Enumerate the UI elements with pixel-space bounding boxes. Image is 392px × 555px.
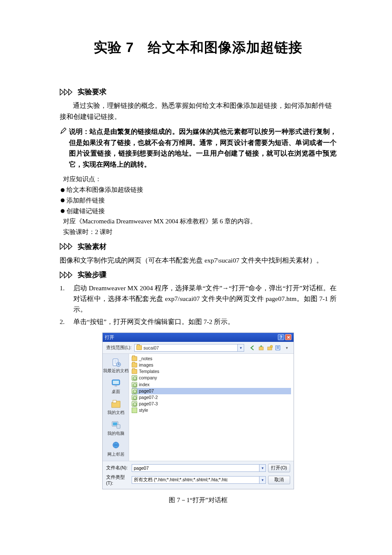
place-network[interactable]: 网上邻居 xyxy=(107,441,124,457)
place-label: 桌面 xyxy=(112,389,120,395)
my-documents-icon xyxy=(110,399,122,409)
file-name: images xyxy=(139,362,153,368)
folder-icon xyxy=(132,369,137,374)
dropdown-button[interactable]: ▾ xyxy=(238,344,244,352)
figure-caption: 图 7－1“打开”对话框 xyxy=(60,496,337,504)
section-steps-head: 实验步骤 xyxy=(60,270,337,280)
filename-input[interactable]: page07 xyxy=(132,464,259,472)
close-button[interactable]: ✕ xyxy=(285,334,291,340)
folder-icon xyxy=(136,345,142,350)
note-text: 说明：站点是由繁复的链接组成的。因为媒体的其他元素都可以按另一种形式进行复制，但… xyxy=(69,126,337,170)
file-item-folder[interactable]: Templates xyxy=(132,368,291,375)
desktop-icon xyxy=(110,378,122,388)
bullet-icon xyxy=(61,199,65,202)
dw-file-icon xyxy=(132,382,137,387)
open-dialog: 打开 ? ✕ 查找范围(L): sucai07 ▾ xyxy=(102,332,294,489)
back-icon[interactable] xyxy=(249,344,256,351)
section-requirements-head: 实验要求 xyxy=(60,87,337,97)
folder-icon xyxy=(132,363,137,367)
file-item-folder[interactable]: _notes xyxy=(132,356,291,362)
dropdown-button[interactable]: ▾ xyxy=(259,464,266,472)
bullet-icon xyxy=(61,209,65,213)
dialog-title-text: 打开 xyxy=(105,334,114,341)
file-name: company xyxy=(139,375,157,381)
place-my-computer[interactable]: 我的电脑 xyxy=(107,420,124,436)
place-desktop[interactable]: 桌面 xyxy=(110,378,122,395)
network-icon xyxy=(110,441,122,451)
new-folder-icon[interactable] xyxy=(266,344,273,351)
lookin-label: 查找范围(L): xyxy=(106,345,132,351)
recent-docs-icon xyxy=(110,357,122,367)
place-label: 我的电脑 xyxy=(107,431,124,436)
file-name: Templates xyxy=(139,368,159,375)
page-title: 实验 7 给文本和图像添加超链接 xyxy=(60,38,337,57)
place-recent[interactable]: 我最近的文档 xyxy=(103,357,129,374)
filename-label: 文件名(N): xyxy=(106,465,130,471)
hours-line: 实验课时：2 课时 xyxy=(63,227,337,237)
chevron-down-icon[interactable]: ▾ xyxy=(283,344,290,351)
dialog-titlebar[interactable]: 打开 ? ✕ xyxy=(103,333,294,342)
my-computer-icon xyxy=(110,420,122,430)
view-menu-icon[interactable] xyxy=(275,344,282,351)
place-my-documents[interactable]: 我的文档 xyxy=(107,399,124,416)
bullet-mail-link: 添加邮件链接 xyxy=(61,195,337,206)
section-marker-icon xyxy=(60,243,75,250)
dw-file-icon xyxy=(132,375,137,381)
file-item-htm[interactable]: page07-3 xyxy=(132,401,291,407)
lookin-value: sucai07 xyxy=(144,345,159,350)
cancel-button[interactable]: 取消 xyxy=(268,476,290,484)
up-one-level-icon[interactable] xyxy=(258,344,265,351)
file-name: page07-2 xyxy=(139,394,158,401)
materials-paragraph: 图像和文字制作完成的网页（可在本书配套光盘 exp7\sucai07 文件夹中找… xyxy=(60,255,337,266)
lookin-combo[interactable]: sucai07 xyxy=(134,344,238,352)
file-item-htm-selected[interactable]: page07 xyxy=(132,388,291,394)
file-list-pane[interactable]: _notes images Templates company index pa… xyxy=(129,354,294,461)
file-name: index xyxy=(139,382,150,388)
note-block: 说明：站点是由繁复的链接组成的。因为媒体的其他元素都可以按另一种形式进行复制，但… xyxy=(60,126,337,174)
section-marker-icon xyxy=(60,272,75,278)
svg-rect-10 xyxy=(115,385,117,387)
file-item-htm[interactable]: index xyxy=(132,382,291,388)
file-name: _notes xyxy=(139,356,153,362)
pen-icon xyxy=(60,127,67,136)
file-item-htm[interactable]: company xyxy=(132,375,291,381)
filetype-select[interactable]: 所有文档 (*.htm;*.html;*.shtm;*.shtml;*.hta;… xyxy=(132,476,259,484)
file-name: style xyxy=(139,407,148,413)
file-item-css[interactable]: style xyxy=(132,407,291,413)
section-requirements-label: 实验要求 xyxy=(78,87,107,97)
steps-list: 启动 Dreamweaver MX 2004 程序，选择菜单“文件”→“打开”命… xyxy=(60,283,337,327)
requirements-paragraph: 通过实验，理解链接的概念。熟悉掌握如何给文本和图像添加超链接，如何添加邮件链接和… xyxy=(60,100,337,122)
file-name: page07 xyxy=(139,388,154,394)
file-item-htm[interactable]: page07-2 xyxy=(132,394,291,401)
section-marker-icon xyxy=(60,89,75,95)
folder-icon xyxy=(132,356,137,361)
bullet-text: 给文本和图像添加超级链接 xyxy=(66,185,143,195)
svg-rect-4 xyxy=(277,347,279,347)
file-name: page07-3 xyxy=(139,401,158,407)
reference-line: 对应《Macromedia Dreamweaver MX 2004 标准教程》第… xyxy=(63,216,337,227)
bullet-icon xyxy=(61,188,65,192)
section-materials-label: 实验素材 xyxy=(78,242,107,251)
svg-rect-5 xyxy=(277,348,279,349)
css-file-icon xyxy=(132,408,137,413)
place-label: 我最近的文档 xyxy=(103,368,129,374)
svg-point-2 xyxy=(270,345,273,348)
bullet-anchor-link: 创建锚记链接 xyxy=(61,206,337,217)
dropdown-button[interactable]: ▾ xyxy=(259,476,266,484)
filetype-label: 文件类型(T): xyxy=(106,474,130,486)
svg-rect-9 xyxy=(113,381,119,384)
file-item-folder[interactable]: images xyxy=(132,362,291,368)
svg-rect-14 xyxy=(117,425,120,428)
svg-rect-11 xyxy=(113,400,116,403)
section-steps-label: 实验步骤 xyxy=(78,270,107,280)
svg-rect-0 xyxy=(259,347,263,350)
knowledge-label: 对应知识点： xyxy=(63,174,337,185)
help-button[interactable]: ? xyxy=(278,334,284,340)
place-label: 网上邻居 xyxy=(107,452,124,457)
place-label: 我的文档 xyxy=(107,410,124,416)
bullet-text: 创建锚记链接 xyxy=(66,206,105,217)
open-button[interactable]: 打开(O) xyxy=(268,464,290,472)
step-2: 单击“按钮”，打开网页文件编辑窗口。如图 7-2 所示。 xyxy=(60,317,337,327)
step-1: 启动 Dreamweaver MX 2004 程序，选择菜单“文件”→“打开”命… xyxy=(60,283,337,315)
svg-rect-13 xyxy=(113,422,117,425)
